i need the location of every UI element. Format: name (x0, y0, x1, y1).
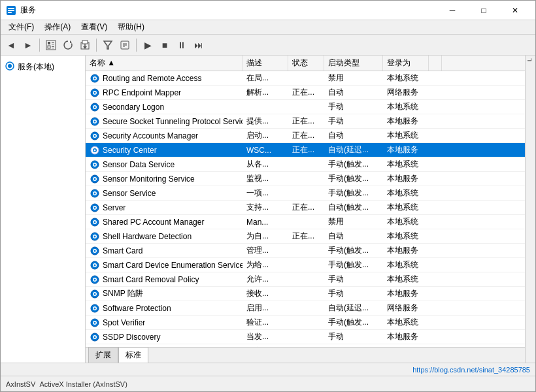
back-button[interactable]: ◄ (3, 37, 19, 53)
right-scroll-panel: L (525, 56, 535, 363)
table-row[interactable]: Routing and Remote Access在局...禁用本地系统 (86, 71, 525, 86)
col-header-startup[interactable]: 启动类型 (324, 56, 383, 71)
service-desc-cell: 启用... (243, 301, 288, 315)
sidebar-label[interactable]: 服务(本地) (18, 61, 54, 73)
refresh-button[interactable] (60, 37, 76, 53)
service-icon (90, 318, 100, 328)
service-icon (90, 174, 100, 184)
service-icon (90, 246, 100, 256)
tab-extended[interactable]: 扩展 (88, 347, 118, 363)
svg-point-31 (94, 106, 96, 108)
window-controls: ─ □ ✕ (437, 1, 530, 20)
col-header-status[interactable]: 状态 (288, 56, 324, 71)
menu-bar: 文件(F)操作(A)查看(V)帮助(H) (1, 20, 535, 35)
menu-item-0[interactable]: 文件(F) (3, 20, 39, 34)
service-desc-cell: 监视... (243, 172, 288, 186)
table-row[interactable]: Smart Card Removal Policy允许...手动本地系统 (86, 272, 525, 287)
col-header-name[interactable]: 名称 ▲ (86, 56, 243, 71)
table-row[interactable]: Shell Hardware Detection为自...正在...自动本地系统 (86, 229, 525, 244)
service-startup-cell: 手动(触发... (324, 244, 383, 257)
table-row[interactable]: Server支持...正在...自动(触发...本地系统 (86, 201, 525, 215)
service-extra-cell (429, 229, 442, 243)
service-name-text: Sensor Service (103, 189, 156, 198)
svg-point-61 (94, 250, 96, 252)
service-desc-cell: 管理... (243, 244, 288, 257)
close-button[interactable]: ✕ (500, 1, 530, 20)
table-row[interactable]: Smart Card Device Enumeration Service为给.… (86, 258, 525, 272)
svg-marker-11 (70, 41, 72, 43)
service-startup-cell: 自动 (324, 229, 383, 243)
minimize-button[interactable]: ─ (437, 1, 467, 20)
content-area: 服务(本地) 名称 ▲ 描述 状态 启动类型 登录为 (1, 56, 535, 363)
service-extra-cell (429, 172, 442, 186)
svg-point-64 (94, 264, 96, 266)
table-row[interactable]: SSDP Discovery当发...手动本地服务 (86, 330, 525, 344)
table-row[interactable]: Secondary Logon手动本地系统 (86, 100, 525, 114)
table-row[interactable]: Security Accounts Manager启动...正在...自动本地系… (86, 129, 525, 143)
service-desc-cell: 接收... (243, 287, 288, 301)
service-name-text: Secondary Logon (103, 103, 164, 112)
forward-button[interactable]: ► (20, 37, 36, 53)
title-bar-left: 服务 (6, 5, 36, 16)
service-name-text: SSDP Discovery (103, 333, 160, 342)
pause-button[interactable]: ⏸ (174, 37, 190, 53)
service-logon-cell: 本地系统 (383, 215, 429, 229)
service-logon-cell: 本地系统 (383, 229, 429, 243)
table-row[interactable]: Secure Socket Tunneling Protocol Service… (86, 114, 525, 129)
service-name-text: Sensor Data Service (103, 160, 175, 169)
menu-item-2[interactable]: 查看(V) (76, 20, 112, 34)
service-desc-cell: 从各... (243, 157, 288, 171)
service-name-cell: Routing and Remote Access (86, 71, 243, 85)
col-header-desc[interactable]: 描述 (243, 56, 288, 71)
table-row[interactable]: Shared PC Account ManagerMan...禁用本地系统 (86, 215, 525, 229)
service-startup-cell: 自动 (324, 129, 383, 142)
service-extra-cell (429, 186, 442, 200)
maximize-button[interactable]: □ (469, 1, 499, 20)
service-status-cell (288, 244, 324, 257)
service-extra-cell (429, 71, 442, 85)
table-row[interactable]: Spot Verifier验证...手动(触发...本地系统 (86, 316, 525, 330)
service-desc-cell: 验证... (243, 316, 288, 329)
service-status-cell: 正在... (288, 86, 324, 99)
service-desc-cell: 在局... (243, 71, 288, 85)
service-name-cell: Secure Socket Tunneling Protocol Service (86, 114, 243, 128)
restart-button[interactable]: ⏭ (191, 37, 207, 53)
service-name-text: Security Accounts Manager (103, 131, 198, 140)
service-name-cell: Sensor Monitoring Service (86, 172, 243, 186)
play-button[interactable]: ▶ (140, 37, 156, 53)
filter-button[interactable] (100, 37, 116, 53)
col-header-logon[interactable]: 登录为 (383, 56, 429, 71)
table-row[interactable]: Sensor Data Service从各...手动(触发...本地系统 (86, 157, 525, 172)
show-details-button[interactable] (43, 37, 59, 53)
service-table[interactable]: 名称 ▲ 描述 状态 启动类型 登录为 Routing and Remote A… (86, 56, 525, 347)
table-row[interactable]: SNMP 陷阱接收...手动本地服务 (86, 287, 525, 301)
service-name-text: Smart Card (103, 246, 142, 255)
service-startup-cell: 禁用 (324, 71, 383, 85)
service-startup-cell: 手动 (324, 330, 383, 344)
service-status-cell (288, 272, 324, 286)
table-header: 名称 ▲ 描述 状态 启动类型 登录为 (86, 56, 525, 71)
table-row[interactable]: Software Protection启用...自动(延迟...网络服务 (86, 301, 525, 316)
service-extra-cell (429, 287, 442, 301)
menu-item-1[interactable]: 操作(A) (39, 20, 76, 34)
service-name-text: SNMP 陷阱 (103, 288, 143, 299)
menu-item-3[interactable]: 帮助(H) (112, 20, 150, 34)
service-startup-cell: 手动 (324, 100, 383, 114)
service-desc-cell: 一项... (243, 186, 288, 200)
table-row[interactable]: Sensor Monitoring Service监视...手动(触发...本地… (86, 172, 525, 186)
service-desc-cell (243, 100, 288, 114)
stop-button[interactable]: ■ (157, 37, 173, 53)
service-status-cell (288, 71, 324, 85)
tab-standard[interactable]: 标准 (118, 347, 148, 363)
table-row[interactable]: Smart Card管理...手动(触发...本地服务 (86, 244, 525, 258)
service-logon-cell: 本地服务 (383, 287, 429, 301)
service-name-cell: Software Protection (86, 301, 243, 315)
table-row[interactable]: Sensor Service一项...手动(触发...本地系统 (86, 186, 525, 201)
service-name-text: Secure Socket Tunneling Protocol Service (103, 117, 243, 126)
table-row[interactable]: RPC Endpoint Mapper解析...正在...自动网络服务 (86, 86, 525, 100)
service-extra-cell (429, 157, 442, 171)
right-panel-label: L (526, 56, 535, 64)
table-row[interactable]: Security CenterWSC...正在...自动(延迟...本地服务 (86, 143, 525, 157)
export-button[interactable] (77, 37, 93, 53)
props-button[interactable] (117, 37, 133, 53)
